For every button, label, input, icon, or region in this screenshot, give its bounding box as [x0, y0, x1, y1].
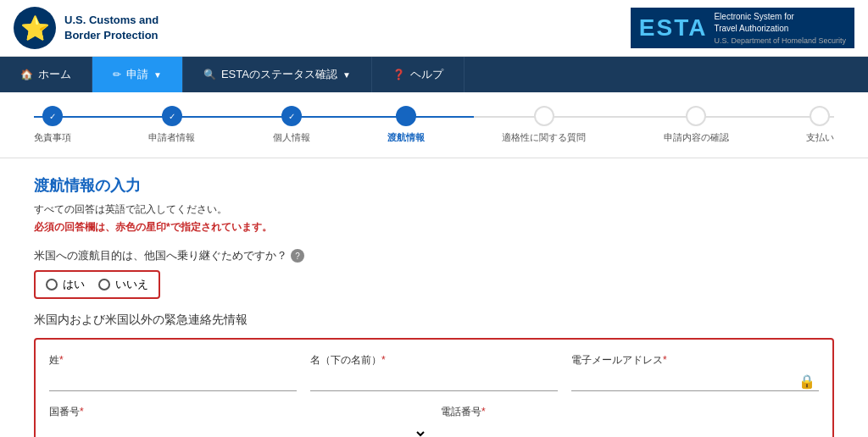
phone-label: 電話番号* [441, 405, 819, 419]
emergency-contact-form: 姓* 名（下の名前）* 電子メールアドレス* 🔒 [34, 338, 834, 437]
nav-apply[interactable]: ✏ 申請 ▼ [92, 57, 183, 92]
step-eligibility: 適格性に関する質問 [502, 106, 586, 144]
help-icon: ❓ [392, 69, 405, 80]
step-review: 申請内容の確認 [664, 106, 729, 144]
esta-logo: ESTA Electronic System for Travel Author… [631, 8, 854, 48]
logo-section: ⭐ U.S. Customs and Border Protection [14, 7, 159, 49]
main-content: 渡航情報の入力 すべての回答は英語で記入してください。 必須の回答欄は、赤色の星… [0, 158, 868, 437]
email-input-wrapper: 🔒 [571, 371, 819, 391]
step-circle-5 [534, 106, 554, 126]
form-row-2: 国番号* +81 (Japan) +1 (USA) 電話番号* [49, 405, 819, 437]
first-name-field: 名（下の名前）* [310, 353, 558, 391]
phone-input[interactable] [441, 423, 819, 437]
last-name-label: 姓* [49, 353, 297, 368]
email-input[interactable] [571, 371, 819, 391]
first-name-input[interactable] [310, 371, 558, 391]
phone-field: 電話番号* [441, 405, 819, 437]
step-applicant: ✓ 申請者情報 [148, 106, 195, 144]
page-title: 渡航情報の入力 [34, 175, 834, 196]
phone-req: * [481, 406, 486, 418]
radio-circle-yes [46, 279, 58, 290]
form-row-1: 姓* 名（下の名前）* 電子メールアドレス* 🔒 [49, 353, 819, 391]
dhs-seal: ⭐ [14, 7, 56, 49]
last-name-req: * [59, 354, 64, 366]
search-icon: 🔍 [203, 69, 216, 80]
help-tooltip-icon[interactable]: ? [291, 249, 304, 263]
home-icon: 🏠 [20, 69, 33, 80]
step-circle-3: ✓ [281, 106, 302, 126]
main-nav: 🏠 ホーム ✏ 申請 ▼ 🔍 ESTAのステータス確認 ▼ ❓ ヘルプ [0, 57, 868, 92]
first-name-req: * [381, 354, 386, 366]
first-name-label: 名（下の名前）* [310, 353, 558, 368]
apply-icon: ✏ [113, 69, 121, 80]
step-personal: ✓ 個人情報 [273, 106, 310, 144]
step-circle-6 [686, 106, 706, 126]
last-name-field: 姓* [49, 353, 297, 391]
page-desc1: すべての回答は英語で記入してください。 [34, 202, 834, 217]
transit-radio-group: はい いいえ [34, 270, 160, 299]
step-circle-7 [810, 106, 830, 126]
required-note: 必須の回答欄は、赤色の星印*で指定されています。 [34, 220, 834, 235]
header: ⭐ U.S. Customs and Border Protection EST… [0, 0, 868, 57]
step-disclaimer: ✓ 免責事項 [34, 106, 71, 144]
logo-text: U.S. Customs and Border Protection [64, 13, 159, 43]
step-circle-4 [396, 106, 416, 126]
required-highlight: 赤色の星印 [115, 221, 166, 233]
nav-home[interactable]: 🏠 ホーム [0, 57, 92, 92]
email-field: 電子メールアドレス* 🔒 [571, 353, 819, 391]
email-label: 電子メールアドレス* [571, 353, 819, 368]
country-code-select[interactable]: +81 (Japan) +1 (USA) [49, 423, 427, 437]
radio-no[interactable]: いいえ [98, 277, 148, 292]
country-code-label: 国番号* [49, 405, 427, 419]
email-help-icon[interactable]: 🔒 [798, 373, 815, 390]
step-payment: 支払い [806, 106, 834, 144]
radio-yes[interactable]: はい [46, 277, 85, 292]
emergency-section-title: 米国内および米国以外の緊急連絡先情報 [34, 313, 834, 328]
country-code-req: * [80, 406, 84, 418]
step-travel: 渡航情報 [387, 106, 425, 144]
nav-help[interactable]: ❓ ヘルプ [372, 57, 465, 92]
email-req: * [663, 354, 667, 366]
progress-bar: ✓ 免責事項 ✓ 申請者情報 ✓ 個人情報 渡航情報 適格性に関する質問 申請内… [0, 92, 868, 158]
step-circle-2: ✓ [162, 106, 182, 126]
nav-status[interactable]: 🔍 ESTAのステータス確認 ▼ [183, 57, 372, 92]
last-name-input[interactable] [49, 371, 297, 391]
transit-question: 米国への渡航目的は、他国へ乗り継ぐためですか？ ? [34, 248, 834, 263]
progress-steps: ✓ 免責事項 ✓ 申請者情報 ✓ 個人情報 渡航情報 適格性に関する質問 申請内… [34, 106, 834, 144]
step-circle-1: ✓ [42, 106, 63, 126]
country-code-field: 国番号* +81 (Japan) +1 (USA) [49, 405, 427, 437]
radio-circle-no [98, 279, 110, 290]
